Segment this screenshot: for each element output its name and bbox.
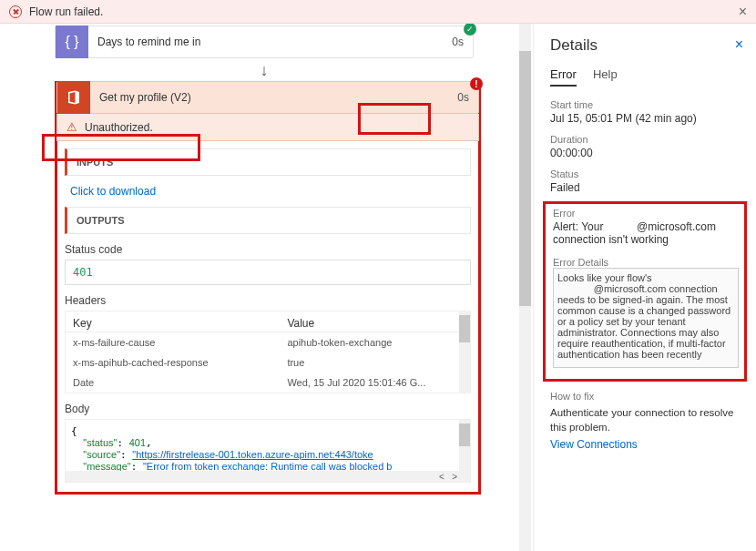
error-details-label: Error Details bbox=[553, 257, 739, 268]
json-url[interactable]: "https://firstrelease-001.token.azure-ap… bbox=[132, 449, 373, 460]
arrow-down-icon: ↓ bbox=[55, 58, 474, 82]
table-row: x-ms-apihub-cached-response true bbox=[66, 352, 470, 372]
header-value: apihub-token-exchange bbox=[287, 337, 463, 348]
body-label: Body bbox=[65, 403, 471, 415]
highlight-timing bbox=[358, 103, 431, 135]
close-icon[interactable]: × bbox=[735, 36, 743, 53]
office-icon bbox=[57, 81, 90, 114]
table-row: x-ms-failure-cause apihub-token-exchange bbox=[66, 332, 470, 352]
headers-label: Headers bbox=[65, 294, 471, 307]
body-json: { "status": 401, "source": "https://firs… bbox=[65, 419, 471, 483]
header-key: Date bbox=[73, 377, 287, 388]
flow-canvas: { } Days to remind me in 0s ✓ ↓ Get my p… bbox=[0, 24, 533, 551]
error-label: Error bbox=[553, 208, 739, 219]
start-time-value: Jul 15, 05:01 PM (42 min ago) bbox=[550, 112, 743, 125]
highlight-unauthorized bbox=[42, 134, 200, 161]
alert-bar: Flow run failed. × bbox=[0, 0, 756, 24]
step-label: Days to remind me in bbox=[88, 36, 443, 48]
warning-icon: ⚠ bbox=[66, 120, 77, 134]
scrollbar[interactable] bbox=[459, 420, 470, 471]
error-value: Alert: Your @microsoft.com connection is… bbox=[553, 220, 739, 246]
error-circle-icon bbox=[9, 5, 22, 18]
outputs-panel-header[interactable]: OUTPUTS bbox=[65, 207, 471, 234]
table-row: Date Wed, 15 Jul 2020 15:01:46 G... bbox=[66, 372, 470, 393]
status-value: Failed bbox=[550, 181, 743, 194]
duration-value: 00:00:00 bbox=[550, 147, 743, 159]
step-days-to-remind[interactable]: { } Days to remind me in 0s ✓ bbox=[55, 26, 474, 58]
view-connections-link[interactable]: View Connections bbox=[550, 438, 638, 451]
how-to-fix-label: How to fix bbox=[550, 391, 743, 402]
header-value: Wed, 15 Jul 2020 15:01:46 G... bbox=[287, 377, 463, 388]
braces-icon: { } bbox=[56, 26, 88, 58]
left-scrollbar[interactable] bbox=[519, 24, 531, 551]
highlight-error-section: Error Alert: Your @microsoft.com connect… bbox=[543, 201, 747, 382]
header-key: x-ms-failure-cause bbox=[73, 337, 287, 348]
step-timing: 0s bbox=[443, 36, 473, 48]
json-number: 401 bbox=[129, 437, 146, 448]
details-panel: × Details Error Help Start time Jul 15, … bbox=[533, 24, 756, 551]
header-value: true bbox=[287, 357, 463, 368]
error-badge-icon: ! bbox=[470, 77, 483, 90]
col-key: Key bbox=[73, 317, 287, 330]
h-scrollbar[interactable]: < > bbox=[66, 471, 470, 482]
how-to-fix-text: Authenticate your connection to resolve … bbox=[550, 405, 743, 434]
status-label: Status bbox=[550, 168, 743, 179]
success-badge-icon: ✓ bbox=[464, 24, 476, 36]
start-time-label: Start time bbox=[550, 99, 743, 110]
alert-text: Flow run failed. bbox=[29, 5, 103, 18]
json-key: "source" bbox=[83, 449, 120, 460]
details-title: Details bbox=[550, 36, 743, 55]
header-key: x-ms-apihub-cached-response bbox=[73, 357, 287, 368]
tab-help[interactable]: Help bbox=[593, 67, 618, 87]
col-value: Value bbox=[287, 317, 463, 330]
close-icon[interactable]: × bbox=[739, 4, 747, 20]
status-code-label: Status code bbox=[65, 243, 471, 256]
tabs: Error Help bbox=[550, 67, 743, 87]
duration-label: Duration bbox=[550, 134, 743, 145]
error-details-textarea[interactable] bbox=[553, 268, 739, 368]
status-code-value: 401 bbox=[65, 260, 471, 285]
error-text: Unauthorized. bbox=[85, 121, 153, 134]
download-inputs-link[interactable]: Click to download bbox=[70, 185, 478, 198]
scrollbar[interactable] bbox=[459, 311, 470, 393]
step-label: Get my profile (V2) bbox=[90, 91, 448, 104]
json-key: "status" bbox=[83, 437, 117, 448]
headers-table: Key Value x-ms-failure-cause apihub-toke… bbox=[65, 311, 471, 393]
tab-error[interactable]: Error bbox=[550, 67, 577, 87]
